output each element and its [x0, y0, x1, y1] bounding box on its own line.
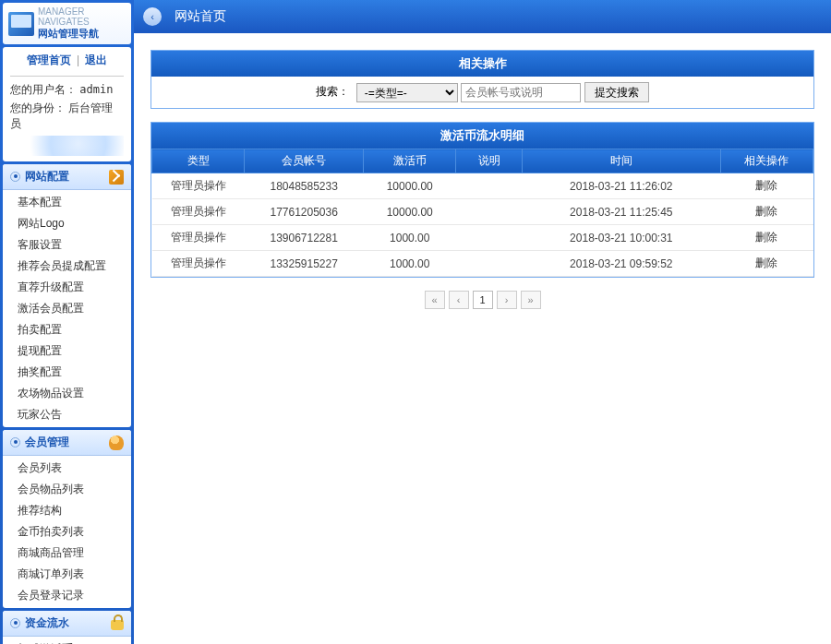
nav-item-0-9[interactable]: 农场物品设置	[3, 383, 131, 404]
decoration-icon	[10, 136, 124, 156]
username-label: 您的用户名：	[10, 83, 77, 96]
nav-item-1-2[interactable]: 推荐结构	[3, 500, 131, 521]
nav-item-1-3[interactable]: 金币拍卖列表	[3, 521, 131, 543]
pager-next[interactable]: ›	[497, 291, 517, 309]
nav-item-0-3[interactable]: 推荐会员提成配置	[3, 256, 131, 277]
sidebar-title: 网站管理导航	[38, 27, 126, 41]
nav-item-0-7[interactable]: 提现配置	[3, 340, 131, 362]
nav-item-0-2[interactable]: 客服设置	[3, 234, 131, 256]
nav-item-0-4[interactable]: 直荐升级配置	[3, 277, 131, 298]
col-1: 会员帐号	[245, 149, 364, 173]
pager-current[interactable]: 1	[473, 291, 493, 309]
users-icon	[109, 435, 124, 450]
pager-prev[interactable]: ‹	[449, 291, 469, 309]
search-label: 搜索：	[316, 85, 349, 98]
sidebar: MANAGER NAVIGATES 网站管理导航 管理首页 | 退出 您的用户名…	[0, 0, 134, 644]
monitor-icon	[8, 12, 34, 36]
sidebar-subtitle: MANAGER NAVIGATES	[38, 6, 90, 27]
username-value: admin	[79, 83, 113, 96]
nav-item-0-6[interactable]: 拍卖配置	[3, 319, 131, 340]
nav-item-1-0[interactable]: 会员列表	[3, 458, 131, 479]
pager-last[interactable]: »	[521, 291, 541, 309]
collapse-sidebar-button[interactable]: ‹	[143, 7, 162, 26]
nav-item-1-1[interactable]: 会员物品列表	[3, 479, 131, 500]
nav-item-0-0[interactable]: 基本配置	[3, 192, 131, 213]
lock-icon	[111, 620, 124, 630]
nav-item-0-1[interactable]: 网站Logo	[3, 213, 131, 234]
nav-item-2-0[interactable]: 加减激活币	[3, 638, 131, 644]
delete-link[interactable]: 删除	[755, 231, 777, 244]
tools-icon	[109, 170, 124, 185]
type-select[interactable]: -=类型=-	[356, 83, 458, 102]
col-3: 说明	[456, 149, 523, 173]
table-title: 激活币流水明细	[151, 123, 813, 149]
table-row: 管理员操作139067122811000.002018-03-21 10:00:…	[152, 225, 813, 251]
nav-group-2[interactable]: 资金流水	[3, 611, 131, 637]
nav-item-1-4[interactable]: 商城商品管理	[3, 543, 131, 564]
pager-first[interactable]: «	[425, 291, 445, 309]
topbar: ‹ 网站首页	[134, 0, 831, 33]
table-panel: 激活币流水明细 类型会员帐号激活币说明时间相关操作 管理员操作180485852…	[151, 122, 814, 278]
delete-link[interactable]: 删除	[755, 179, 777, 192]
search-panel-title: 相关操作	[151, 51, 813, 77]
col-4: 时间	[522, 149, 720, 173]
nav-item-0-8[interactable]: 抽奖配置	[3, 362, 131, 383]
col-2: 激活币	[364, 149, 456, 173]
pager: « ‹ 1 › »	[151, 291, 814, 309]
table-row: 管理员操作1804858523310000.002018-03-21 11:26…	[152, 173, 813, 199]
breadcrumb: 网站首页	[175, 8, 226, 25]
table-row: 管理员操作1776120503610000.002018-03-21 11:25…	[152, 199, 813, 225]
nav-item-0-10[interactable]: 玩家公告	[3, 404, 131, 425]
nav-group-title: 资金流水	[25, 615, 69, 631]
nav-group-title: 网站配置	[25, 169, 69, 185]
search-input[interactable]	[461, 83, 581, 102]
nav-item-0-5[interactable]: 激活会员配置	[3, 298, 131, 319]
main-area: ‹ 网站首页 相关操作 搜索： -=类型=- 提交搜索 激活币流水明细 类型会员…	[134, 0, 831, 644]
delete-link[interactable]: 删除	[755, 205, 777, 218]
col-0: 类型	[152, 149, 245, 173]
sidebar-header: MANAGER NAVIGATES 网站管理导航	[3, 3, 131, 44]
table-row: 管理员操作133259152271000.002018-03-21 09:59:…	[152, 251, 813, 277]
nav-group-0[interactable]: 网站配置	[3, 164, 131, 190]
col-5: 相关操作	[720, 149, 813, 173]
nav-item-1-6[interactable]: 会员登录记录	[3, 585, 131, 606]
submit-search-button[interactable]: 提交搜索	[584, 82, 649, 102]
flow-table: 类型会员帐号激活币说明时间相关操作 管理员操作1804858523310000.…	[151, 149, 813, 277]
role-label: 您的身份：	[10, 101, 66, 114]
admin-home-link[interactable]: 管理首页	[27, 54, 71, 66]
bullet-icon	[10, 618, 20, 628]
nav-group-1[interactable]: 会员管理	[3, 430, 131, 456]
delete-link[interactable]: 删除	[755, 256, 777, 269]
search-panel: 相关操作 搜索： -=类型=- 提交搜索	[151, 50, 814, 109]
logout-link[interactable]: 退出	[85, 54, 107, 66]
nav-item-1-5[interactable]: 商城订单列表	[3, 564, 131, 585]
nav-group-title: 会员管理	[25, 435, 69, 450]
bullet-icon	[10, 172, 20, 182]
user-info-panel: 管理首页 | 退出 您的用户名： admin 您的身份： 后台管理员	[3, 47, 131, 161]
bullet-icon	[10, 437, 20, 447]
